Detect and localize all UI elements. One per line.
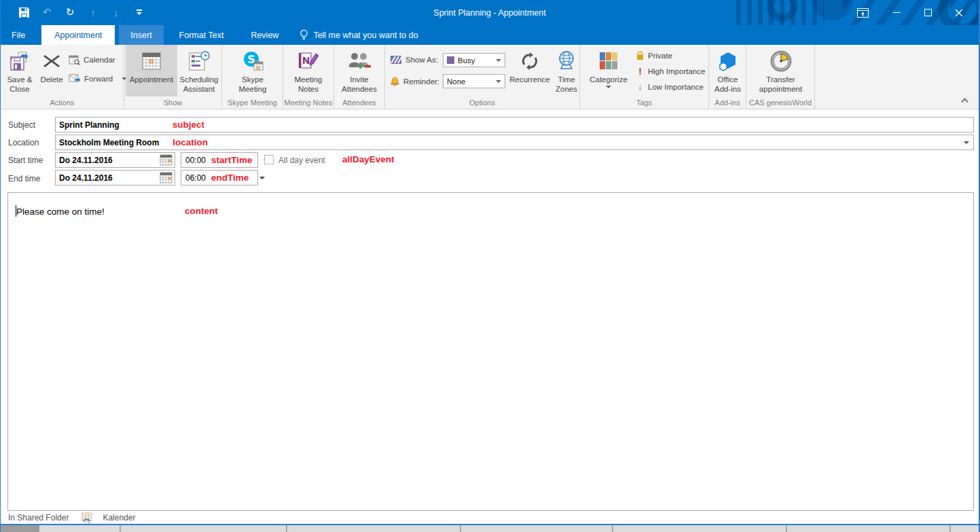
- categorize-label: Categorize: [589, 75, 628, 84]
- tab-file[interactable]: File: [1, 25, 36, 45]
- appointment-window: ↶ ↻ ↑ ↓ Sprint Planning - Appointment Fi…: [0, 0, 980, 532]
- transfer-appointment-button[interactable]: Transferappointment: [752, 48, 810, 94]
- group-cas: Transferappointment CAS genesisWorld: [746, 45, 815, 109]
- high-importance-button[interactable]: ! High Importance: [636, 66, 705, 77]
- start-time-label: Start time: [8, 156, 43, 165]
- svg-text:N: N: [302, 55, 310, 66]
- maximize-button[interactable]: [913, 3, 942, 23]
- group-options: Show As: Busy Reminder: None: [385, 45, 580, 109]
- end-date-value: Do 24.11.2016: [56, 173, 113, 183]
- redo-icon[interactable]: ↻: [62, 4, 78, 20]
- subject-field[interactable]: Sprint Planning subject: [55, 117, 974, 132]
- private-lock-icon: [636, 50, 645, 60]
- end-date-field[interactable]: Do 24.11.2016: [55, 170, 175, 185]
- forward-icon: [69, 74, 81, 84]
- start-time-annotation: startTime: [211, 155, 253, 165]
- private-button[interactable]: Private: [636, 50, 672, 60]
- save-icon[interactable]: [16, 4, 32, 20]
- quick-access-toolbar: ↶ ↻ ↑ ↓: [16, 4, 147, 20]
- start-date-value: Do 24.11.2016: [56, 156, 113, 165]
- group-actions: Save &Close Delete Calendar Forward: [1, 45, 124, 109]
- meeting-notes-icon: N: [297, 50, 320, 73]
- show-as-select[interactable]: Busy: [443, 53, 505, 67]
- office-addins-icon: [718, 50, 738, 73]
- scheduling-assistant-button[interactable]: SchedulingAssistant: [177, 48, 221, 94]
- tab-format-text[interactable]: Format Text: [168, 25, 236, 45]
- delete-button[interactable]: Delete: [37, 48, 66, 84]
- all-day-event-checkbox[interactable]: [264, 155, 274, 164]
- minimize-button[interactable]: [882, 3, 911, 23]
- calendar-icon: [69, 54, 80, 65]
- start-date-picker-icon[interactable]: [160, 154, 173, 166]
- group-label-actions: Actions: [1, 99, 124, 107]
- save-close-label-2: Close: [10, 85, 29, 93]
- group-show: Appointment SchedulingAssistant Show: [124, 45, 222, 109]
- group-label-options: Options: [385, 99, 579, 107]
- recurrence-button[interactable]: Recurrence: [506, 48, 553, 84]
- start-time-value: 00:00: [185, 156, 206, 165]
- undo-icon[interactable]: ↶: [39, 4, 55, 20]
- tab-review[interactable]: Review: [239, 25, 290, 45]
- end-time-dropdown-icon: [259, 177, 265, 179]
- show-as-dropdown-icon: [496, 59, 501, 62]
- body-annotation: content: [185, 206, 218, 216]
- delete-icon: [42, 50, 61, 73]
- meeting-notes-label-1: Meeting: [295, 75, 323, 84]
- tell-me-label: Tell me what you want to do: [313, 31, 418, 40]
- shared-calendar-icon: [81, 512, 93, 523]
- time-zones-button[interactable]: TimeZones: [553, 48, 579, 94]
- forward-label: Forward: [84, 75, 113, 83]
- recurrence-icon: [519, 50, 541, 73]
- start-date-field[interactable]: Do 24.11.2016: [55, 152, 175, 168]
- group-tags: Categorize Private ! High Importance ↓ L…: [580, 45, 709, 109]
- end-time-field[interactable]: 06:00 endTime: [181, 170, 258, 185]
- reminder-row: Reminder:: [390, 76, 439, 87]
- location-dropdown-icon[interactable]: [964, 141, 969, 144]
- folder-name[interactable]: Kalender: [103, 513, 135, 522]
- background-window-strip: [1, 525, 979, 532]
- end-time-label: End time: [8, 174, 40, 183]
- office-addins-button[interactable]: OfficeAdd-ins: [711, 48, 744, 94]
- calendar-button[interactable]: Calendar: [69, 54, 115, 65]
- down-arrow-icon[interactable]: ↓: [108, 4, 124, 20]
- scheduling-assistant-icon: [188, 50, 210, 73]
- group-label-skype: Skype Meeting: [222, 99, 283, 107]
- all-day-event-label: All day event: [278, 156, 325, 165]
- reminder-value: None: [447, 77, 466, 86]
- end-time-annotation: endTime: [211, 173, 249, 183]
- skype-meeting-button[interactable]: S SkypeMeeting: [231, 48, 274, 94]
- invite-attendees-icon: [348, 50, 371, 73]
- start-time-field[interactable]: 00:00 startTime: [181, 152, 258, 168]
- office-addins-label-2: Add-ins: [714, 85, 741, 93]
- all-day-event-annotation: allDayEvent: [342, 154, 395, 164]
- group-label-tags: Tags: [580, 99, 708, 107]
- transfer-appointment-icon: [770, 50, 792, 73]
- forward-button[interactable]: Forward: [69, 74, 127, 84]
- group-attendees: InviteAttendees Attendees: [334, 45, 385, 109]
- meeting-notes-button[interactable]: N MeetingNotes: [288, 48, 329, 94]
- end-date-picker-icon[interactable]: [160, 172, 173, 183]
- ribbon-display-options-icon[interactable]: [848, 3, 877, 23]
- reminder-select[interactable]: None: [443, 74, 505, 88]
- group-skype: S SkypeMeeting Skype Meeting: [222, 45, 283, 109]
- customize-qat-icon[interactable]: [131, 4, 147, 20]
- tab-appointment[interactable]: Appointment: [41, 25, 115, 45]
- low-importance-button[interactable]: ↓ Low Importance: [636, 82, 704, 92]
- meeting-notes-label-2: Notes: [298, 85, 319, 93]
- tell-me-box[interactable]: Tell me what you want to do: [300, 25, 418, 45]
- collapse-ribbon-icon[interactable]: [960, 97, 969, 103]
- appointment-view-button[interactable]: Appointment: [126, 45, 177, 96]
- close-button[interactable]: [945, 3, 973, 23]
- appointment-body-editor[interactable]: Please come on time! content: [7, 192, 974, 511]
- location-value: Stockholm Meeting Room: [56, 138, 159, 147]
- save-close-icon: [9, 50, 31, 73]
- tab-insert[interactable]: Insert: [119, 25, 163, 45]
- calendar-label: Calendar: [84, 56, 115, 64]
- categorize-button[interactable]: Categorize: [585, 48, 632, 88]
- show-as-label: Show As:: [405, 56, 438, 64]
- up-arrow-icon[interactable]: ↑: [85, 4, 101, 20]
- location-field[interactable]: Stockholm Meeting Room location: [55, 135, 974, 150]
- invite-attendees-button[interactable]: InviteAttendees: [338, 48, 381, 94]
- background-strip-segment: [1, 525, 39, 532]
- save-close-button[interactable]: Save &Close: [3, 48, 36, 94]
